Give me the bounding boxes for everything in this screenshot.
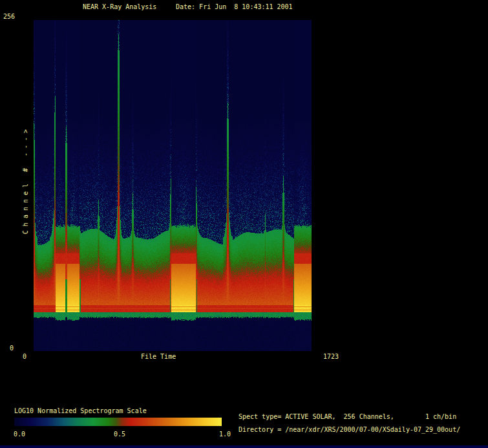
spectrogram-heatmap	[34, 20, 312, 351]
colorbar-gradient	[14, 418, 222, 426]
x-axis-max-label: 1723	[323, 353, 339, 361]
spect-type-line: Spect type= ACTIVE SOLAR, 256 Channels, …	[239, 413, 456, 421]
near-xray-analysis-window: NEAR X-Ray Analysis Date: Fri Jun 8 10:4…	[0, 0, 488, 448]
date-label: Date: Fri Jun 8 10:43:11 2001	[176, 3, 293, 11]
x-axis-label: File Time	[141, 353, 176, 361]
colorbar-tick-mid: 0.5	[114, 431, 125, 438]
colorbar-title: LOG10 Normalized Spectrogram Scale	[14, 407, 147, 415]
colorbar-tick-max: 1.0	[219, 431, 231, 438]
window-title: NEAR X-Ray Analysis	[83, 3, 156, 11]
colorbar-tick-min: 0.0	[14, 431, 25, 438]
x-axis-min-label: 0	[23, 353, 27, 361]
y-axis-max-label: 256	[3, 13, 15, 21]
directory-line: Directory = /near/xdr/XRS/2000/07-00/XSd…	[239, 426, 460, 434]
window-bottom-edge	[0, 445, 488, 448]
y-axis-min-label: 0	[10, 345, 14, 352]
y-axis-label: Channel # --->	[22, 122, 30, 238]
